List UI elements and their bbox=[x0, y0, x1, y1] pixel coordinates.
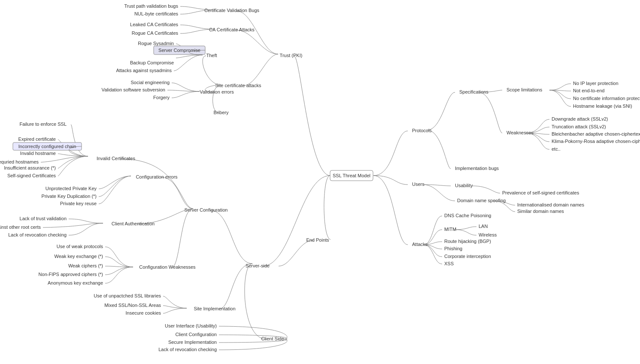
validation-errors-label: Validation errors bbox=[200, 89, 234, 94]
mindmap-svg: SSL Threat Model Server-side Server Conf… bbox=[0, 0, 640, 364]
lack-trust-validation: Lack of trust validation bbox=[20, 216, 67, 221]
invalid-hostname: Invalid hostname bbox=[20, 151, 56, 156]
attacks-sysadmins: Attacks against sysadmins bbox=[116, 68, 172, 73]
similar-domain-names: Similar domain names bbox=[517, 209, 564, 214]
client-config: Client Configuration bbox=[175, 332, 217, 337]
end-points-label: End Points bbox=[306, 237, 329, 243]
unprotected-private-key: Unprotected Private Key bbox=[45, 186, 97, 191]
no-ip-protection: No IP layer protection bbox=[573, 81, 619, 86]
invalid-certs-label: Invalid Certificates bbox=[97, 156, 135, 161]
etc-weaknesses: etc.. bbox=[552, 146, 561, 152]
bleichenbacher-attack: Bleichenbacher adaptive chosen-ciphertex… bbox=[552, 131, 640, 136]
usability-label: Usability bbox=[455, 183, 473, 188]
weak-key-exchange: Weak key exchange (*) bbox=[54, 254, 103, 259]
mitm-label: MITM bbox=[444, 227, 456, 232]
truncation-attack: Truncation attack (SSLv2) bbox=[552, 124, 606, 129]
insufficient-assurance: Insufficient assurance (*) bbox=[4, 165, 56, 170]
user-interface: User Interface (Usability) bbox=[165, 323, 217, 328]
route-hijacking: Route hijacking (BGP) bbox=[444, 239, 491, 244]
social-engineering: Social engineering bbox=[130, 80, 170, 85]
weak-ciphers: Weak ciphers (*) bbox=[68, 263, 103, 268]
ca-cert-attacks-label: CA Certificate Attacks bbox=[209, 27, 255, 32]
site-impl-label: Site Implementation bbox=[194, 306, 235, 311]
rogue-ca-certs: Rogue CA Certificates bbox=[132, 30, 179, 36]
expired-cert: Expired certificate bbox=[18, 136, 56, 142]
cert-validation-bugs-label: Certificate Validation Bugs bbox=[204, 8, 260, 13]
private-key-reuse: Private key reuse bbox=[60, 201, 97, 206]
trust-path-bugs: Trust path validation bugs bbox=[124, 3, 178, 9]
anon-key-exchange: Anonymous key exchange bbox=[48, 280, 103, 285]
lack-revocation-check: Lack of revocation checking bbox=[8, 232, 67, 237]
mixed-ssl: Mixed SSL/Non-SSL Areas bbox=[104, 303, 161, 308]
impl-bugs-label: Implementation bugs bbox=[455, 166, 499, 171]
domain-name-spoofing-label: Domain name spoofing bbox=[457, 198, 506, 203]
config-weaknesses-label: Configuration Weaknesses bbox=[139, 264, 196, 270]
phishing: Phishing bbox=[444, 246, 462, 251]
theft-label: Theft bbox=[206, 53, 217, 58]
validation-sw-subversion: Validation software subversion bbox=[102, 87, 165, 92]
backup-compromise: Backup Compromise bbox=[130, 60, 174, 65]
scope-limitations-label: Scope limitations bbox=[507, 87, 543, 92]
users-label: Users bbox=[412, 182, 425, 187]
xss-label: XSS bbox=[444, 261, 454, 266]
downgrade-attack: Downgrade attack (SSLv2) bbox=[552, 116, 608, 121]
failure-enforce-ssl: Failure to enforce SSL bbox=[20, 121, 67, 127]
weak-protocols: Use of weak protocols bbox=[57, 244, 103, 249]
insecure-cookies: Insecure cookies bbox=[125, 310, 161, 315]
config-errors-label: Configuration errors bbox=[136, 174, 178, 179]
prevalence-self-signed: Prevalence of self-signed certificates bbox=[502, 190, 579, 195]
secure-impl: Secure Implementation bbox=[168, 340, 217, 345]
wireless-label: Wireless bbox=[479, 232, 497, 237]
private-key-dup: Private Key Duplication (*) bbox=[42, 194, 97, 199]
lack-revocation-client: Lack of revocation checking bbox=[158, 347, 217, 352]
nul-byte-certs: NUL-byte certificates bbox=[134, 11, 179, 16]
server-compromise: Server Compromise bbox=[158, 48, 200, 53]
site-cert-attacks-label: Site certificate attacks bbox=[215, 83, 261, 88]
self-signed-certs: Self-signed Certificates bbox=[7, 173, 56, 178]
client-auth-label: Client Authentication bbox=[112, 221, 155, 226]
not-valid-hostnames: Not valid for all requried hostnames bbox=[0, 159, 39, 164]
trust-pki-label: Trust (PKI) bbox=[280, 53, 303, 58]
klima-attack: Klima-Pokorny-Rosa adaptive chosen-ciphe… bbox=[552, 139, 640, 144]
hostname-leakage: Hostname leakage (via SNI) bbox=[573, 103, 632, 109]
non-fips-ciphers: Non-FIPS approved ciphers (*) bbox=[39, 272, 103, 277]
lan-label: LAN bbox=[479, 224, 488, 229]
not-end-to-end: Not end-to-end bbox=[573, 88, 604, 93]
forgery: Forgery bbox=[153, 95, 170, 100]
leaked-ca-certs: Leaked CA Certificates bbox=[130, 22, 178, 27]
validation-other-roots: Validation against other root certs bbox=[0, 224, 41, 230]
dns-cache-poisoning: DNS Cache Poisoning bbox=[444, 213, 491, 218]
incorrect-chain: Incorrectly configured chain bbox=[18, 144, 76, 149]
specifications-label: Specifications bbox=[459, 89, 488, 94]
rogue-sysadmin: Rogue Sysadmin bbox=[138, 41, 174, 46]
bribery: Bribery bbox=[214, 110, 229, 115]
center-node-label: SSL Threat Model bbox=[333, 173, 370, 178]
no-cert-info-protection: No certificate information protection bbox=[573, 96, 640, 101]
intl-domain-names: Internationalised domain names bbox=[517, 202, 584, 207]
unpatched-ssl: Use of unpactched SSL libraries bbox=[94, 293, 161, 298]
corporate-interception: Corporate interception bbox=[444, 254, 491, 259]
